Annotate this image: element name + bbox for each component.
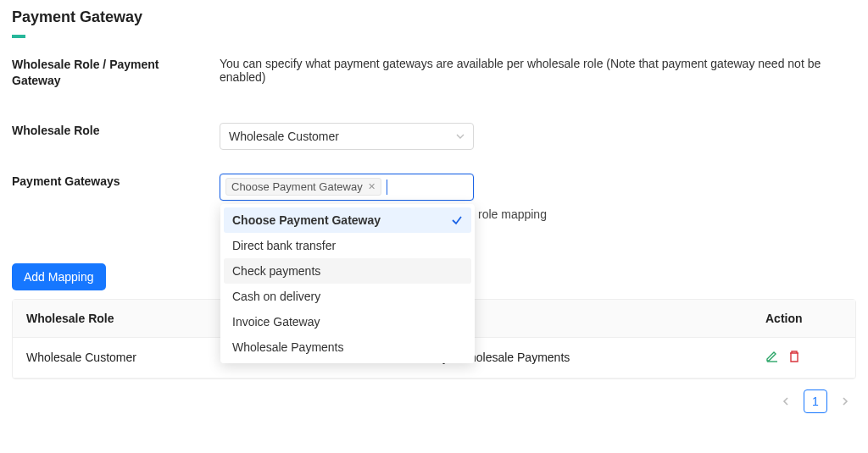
dropdown-option[interactable]: Cash on delivery	[224, 284, 471, 309]
table-cell-role: Wholesale Customer	[26, 351, 247, 364]
check-icon	[451, 214, 463, 226]
dropdown-option-label: Direct bank transfer	[232, 239, 336, 252]
section-description: You can specify what payment gateways ar…	[220, 57, 856, 84]
dropdown-option[interactable]: Invoice Gateway	[224, 309, 471, 334]
table-header-role: Wholesale Role	[26, 312, 247, 325]
dropdown-option-label: Choose Payment Gateway	[232, 213, 381, 227]
pagination-next[interactable]	[836, 395, 854, 407]
selected-gateway-tag-label: Choose Payment Gateway	[231, 180, 363, 193]
dropdown-option-label: Cash on delivery	[232, 290, 320, 303]
accent-bar	[12, 35, 25, 38]
pagination-prev[interactable]	[776, 395, 795, 407]
section-label: Wholesale Role / Payment Gateway	[12, 57, 220, 89]
chevron-down-icon	[456, 132, 465, 141]
dropdown-option-label: Wholesale Payments	[232, 340, 344, 354]
dropdown-option-label: Check payments	[232, 264, 320, 278]
dropdown-option-label: Invoice Gateway	[232, 315, 320, 329]
payment-gateways-dropdown: Choose Payment Gateway Direct bank trans…	[220, 204, 475, 363]
wholesale-role-label: Wholesale Role	[12, 123, 220, 139]
payment-gateways-multiselect[interactable]: Choose Payment Gateway ✕ Choose Payment …	[220, 174, 474, 201]
wholesale-role-select[interactable]: Wholesale Customer	[220, 123, 474, 150]
pagination-page-1[interactable]: 1	[804, 389, 827, 413]
wholesale-role-selected: Wholesale Customer	[229, 130, 339, 143]
payment-gateways-label: Payment Gateways	[12, 174, 220, 190]
edit-icon[interactable]	[765, 350, 779, 363]
dropdown-option[interactable]: Choose Payment Gateway	[224, 207, 471, 233]
input-caret	[387, 180, 387, 195]
gateway-hint-text: role mapping	[478, 207, 547, 221]
page-title: Payment Gateway	[12, 8, 856, 26]
dropdown-option[interactable]: Wholesale Payments	[224, 334, 471, 360]
remove-tag-icon[interactable]: ✕	[368, 181, 376, 192]
dropdown-option[interactable]: Check payments	[224, 258, 471, 284]
selected-gateway-tag[interactable]: Choose Payment Gateway ✕	[225, 178, 381, 196]
add-mapping-button[interactable]: Add Mapping	[12, 263, 106, 290]
pagination: 1	[12, 379, 856, 413]
table-header-action: Action	[765, 312, 842, 325]
delete-icon[interactable]	[787, 350, 801, 363]
dropdown-option[interactable]: Direct bank transfer	[224, 233, 471, 258]
